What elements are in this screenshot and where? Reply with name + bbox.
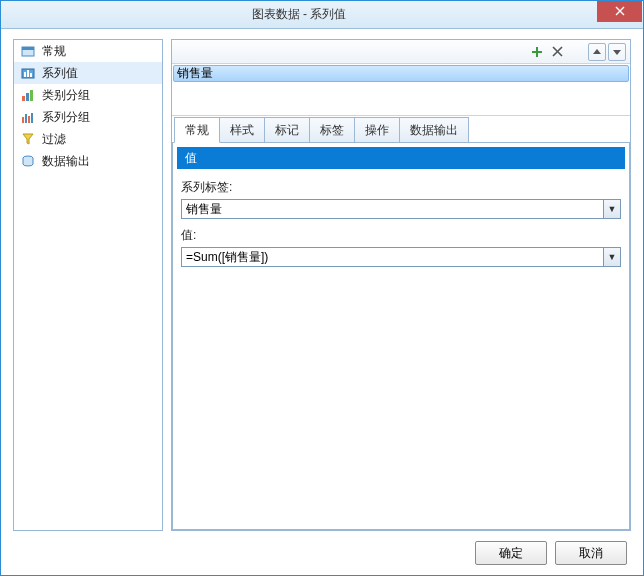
dialog-button-row: 确定 取消: [13, 531, 631, 565]
tab-label: 数据输出: [410, 123, 458, 137]
cancel-button[interactable]: 取消: [555, 541, 627, 565]
series-label-combo: ▼: [181, 199, 621, 219]
value-row: 值: ▼: [181, 227, 621, 267]
svg-rect-8: [30, 90, 33, 101]
ok-button[interactable]: 确定: [475, 541, 547, 565]
filter-icon: [20, 131, 36, 147]
svg-rect-1: [22, 47, 34, 50]
chevron-down-icon: ▼: [608, 252, 617, 262]
series-listbox[interactable]: 销售量: [172, 64, 630, 116]
svg-rect-10: [25, 114, 27, 123]
svg-rect-12: [31, 113, 33, 123]
sidebar-item-filters[interactable]: 过滤: [14, 128, 162, 150]
series-toolbar: [172, 40, 630, 64]
tab-action[interactable]: 操作: [354, 117, 400, 142]
move-up-button[interactable]: [588, 43, 606, 61]
sidebar-item-label: 系列值: [42, 65, 78, 82]
sidebar-item-label: 过滤: [42, 131, 66, 148]
sidebar-item-label: 系列分组: [42, 109, 90, 126]
value-dropdown-button[interactable]: ▼: [603, 247, 621, 267]
window-title: 图表数据 - 系列值: [1, 6, 597, 23]
arrow-up-icon: [592, 47, 602, 57]
general-icon: [20, 43, 36, 59]
form-area: 系列标签: ▼ 值:: [173, 169, 629, 285]
svg-rect-9: [22, 117, 24, 123]
sidebar-item-label: 类别分组: [42, 87, 90, 104]
tab-labels[interactable]: 标签: [309, 117, 355, 142]
series-label-row: 系列标签: ▼: [181, 179, 621, 219]
sidebar-item-data-output[interactable]: 数据输出: [14, 150, 162, 172]
sidebar-item-label: 数据输出: [42, 153, 90, 170]
series-label-dropdown-button[interactable]: ▼: [603, 199, 621, 219]
add-series-button[interactable]: [528, 43, 546, 61]
value-caption: 值:: [181, 227, 621, 244]
tab-label: 标签: [320, 123, 344, 137]
series-label-caption: 系列标签:: [181, 179, 621, 196]
plus-icon: [531, 46, 543, 58]
tab-data-output[interactable]: 数据输出: [399, 117, 469, 142]
sidebar-item-series-groups[interactable]: 系列分组: [14, 106, 162, 128]
tab-markers[interactable]: 标记: [264, 117, 310, 142]
delete-icon: [552, 46, 563, 57]
sidebar-item-label: 常规: [42, 43, 66, 60]
tab-label: 常规: [185, 123, 209, 137]
series-list-item[interactable]: 销售量: [173, 65, 629, 82]
value-input[interactable]: [181, 247, 603, 267]
detail-tabs: 常规 样式 标记 标签 操作 数据输出: [172, 116, 630, 142]
chevron-down-icon: ▼: [608, 204, 617, 214]
series-groups-icon: [20, 109, 36, 125]
tab-label: 样式: [230, 123, 254, 137]
tab-label: 操作: [365, 123, 389, 137]
series-list-item-label: 销售量: [177, 66, 213, 80]
delete-series-button[interactable]: [548, 43, 566, 61]
category-groups-icon: [20, 87, 36, 103]
sidebar-item-category-groups[interactable]: 类别分组: [14, 84, 162, 106]
svg-rect-4: [27, 70, 29, 77]
svg-rect-5: [30, 73, 32, 77]
close-icon: [615, 6, 625, 16]
svg-rect-11: [28, 116, 30, 123]
tab-general[interactable]: 常规: [174, 117, 220, 143]
value-combo: ▼: [181, 247, 621, 267]
close-button[interactable]: [597, 1, 642, 22]
series-label-input[interactable]: [181, 199, 603, 219]
svg-rect-3: [24, 72, 26, 77]
series-values-icon: [20, 65, 36, 81]
arrow-down-icon: [612, 47, 622, 57]
main-area: 常规 系列值 类别分组: [13, 39, 631, 531]
svg-rect-7: [26, 93, 29, 101]
data-output-icon: [20, 153, 36, 169]
dialog-body: 常规 系列值 类别分组: [1, 29, 643, 575]
tab-style[interactable]: 样式: [219, 117, 265, 142]
titlebar: 图表数据 - 系列值: [1, 1, 643, 29]
sidebar-item-series-values[interactable]: 系列值: [14, 62, 162, 84]
move-down-button[interactable]: [608, 43, 626, 61]
dialog-window: 图表数据 - 系列值 常规 系列值: [0, 0, 644, 576]
section-header-value: 值: [177, 147, 625, 169]
sidebar-item-general[interactable]: 常规: [14, 40, 162, 62]
tab-label: 标记: [275, 123, 299, 137]
tab-panel-general: 值 系列标签: ▼ 值:: [172, 142, 630, 530]
category-sidebar: 常规 系列值 类别分组: [13, 39, 163, 531]
svg-rect-6: [22, 96, 25, 101]
content-panel: 销售量 常规 样式 标记 标签 操作 数据输出 值 系列标签:: [171, 39, 631, 531]
